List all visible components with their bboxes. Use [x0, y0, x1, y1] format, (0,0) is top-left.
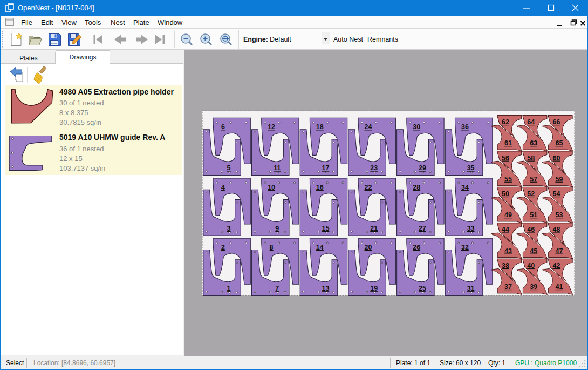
svg-text:17: 17	[322, 164, 329, 172]
svg-text:25: 25	[418, 285, 426, 292]
svg-text:52: 52	[527, 190, 535, 198]
svg-text:18: 18	[316, 123, 323, 131]
svg-text:5: 5	[227, 164, 230, 172]
svg-text:21: 21	[370, 225, 378, 232]
svg-text:40: 40	[527, 262, 535, 270]
svg-text:33: 33	[467, 225, 474, 232]
svg-text:46: 46	[527, 226, 535, 233]
svg-text:14: 14	[316, 244, 323, 251]
svg-text:64: 64	[527, 118, 535, 126]
svg-text:47: 47	[555, 247, 563, 255]
svg-text:44: 44	[502, 226, 509, 233]
svg-text:13: 13	[322, 285, 329, 292]
svg-text:57: 57	[530, 176, 537, 183]
svg-text:26: 26	[413, 244, 420, 251]
svg-text:50: 50	[502, 190, 509, 198]
svg-text:10: 10	[268, 184, 275, 191]
svg-text:62: 62	[502, 118, 509, 126]
svg-text:16: 16	[316, 184, 323, 191]
svg-text:4: 4	[221, 184, 224, 191]
svg-text:1: 1	[227, 285, 230, 292]
svg-text:45: 45	[530, 247, 537, 255]
svg-text:61: 61	[504, 139, 512, 147]
svg-text:15: 15	[322, 225, 329, 232]
svg-text:41: 41	[555, 283, 563, 291]
svg-text:53: 53	[555, 211, 563, 219]
svg-text:38: 38	[502, 262, 509, 270]
svg-text:9: 9	[275, 225, 279, 232]
svg-text:29: 29	[418, 164, 426, 172]
svg-text:55: 55	[504, 176, 512, 183]
svg-text:31: 31	[467, 285, 474, 292]
svg-text:23: 23	[370, 164, 378, 172]
svg-text:3: 3	[227, 225, 230, 232]
svg-text:39: 39	[530, 283, 537, 291]
svg-text:58: 58	[527, 154, 535, 162]
svg-text:59: 59	[555, 176, 563, 183]
svg-text:42: 42	[552, 262, 560, 270]
svg-text:28: 28	[413, 184, 420, 191]
svg-text:60: 60	[552, 154, 560, 162]
svg-text:7: 7	[275, 285, 279, 292]
svg-text:20: 20	[364, 244, 372, 251]
svg-text:48: 48	[552, 226, 560, 233]
svg-text:34: 34	[461, 184, 468, 191]
svg-text:43: 43	[504, 247, 512, 255]
svg-text:54: 54	[552, 190, 560, 198]
svg-text:36: 36	[461, 123, 468, 131]
svg-text:37: 37	[504, 283, 512, 291]
svg-text:19: 19	[370, 285, 378, 292]
svg-text:56: 56	[502, 154, 509, 162]
svg-text:27: 27	[418, 225, 426, 232]
svg-text:63: 63	[530, 139, 537, 147]
svg-text:11: 11	[274, 164, 281, 172]
svg-text:32: 32	[461, 244, 468, 251]
svg-text:6: 6	[221, 123, 224, 131]
svg-text:35: 35	[467, 164, 474, 172]
svg-text:51: 51	[530, 211, 537, 219]
svg-text:2: 2	[221, 244, 224, 251]
svg-text:8: 8	[269, 244, 273, 251]
svg-text:66: 66	[552, 118, 560, 126]
svg-text:65: 65	[555, 139, 563, 147]
svg-text:49: 49	[504, 211, 512, 219]
svg-text:12: 12	[268, 123, 275, 131]
svg-text:30: 30	[413, 123, 420, 131]
svg-text:24: 24	[364, 123, 372, 131]
svg-text:22: 22	[364, 184, 372, 191]
